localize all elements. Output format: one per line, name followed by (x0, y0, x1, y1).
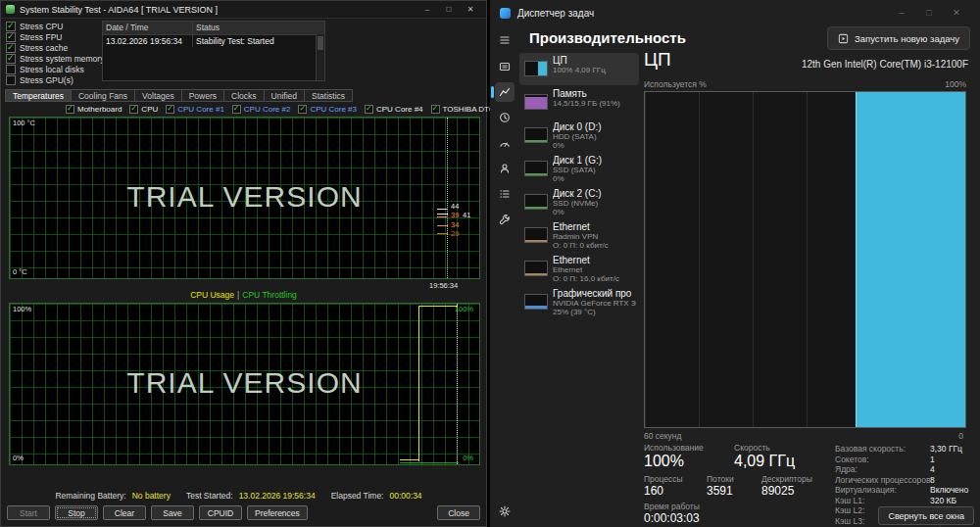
legend-item-cpu-core-1[interactable]: CPU Core #1 (166, 105, 224, 114)
tab-clocks[interactable]: Clocks (224, 89, 265, 102)
preferences-button[interactable]: Preferences (247, 505, 308, 520)
checkbox-icon (129, 105, 138, 114)
throttling-trace (400, 462, 459, 463)
close-icon[interactable]: ✕ (460, 3, 481, 16)
usage-axis-max-left: 100% (13, 306, 31, 313)
legend-item-cpu-core-2[interactable]: CPU Core #2 (232, 105, 291, 114)
spec-row: Логических процессоров:8 (835, 475, 972, 486)
close-button[interactable]: Close (437, 505, 480, 520)
sidebar-item-app-history[interactable] (495, 108, 514, 127)
temp-axis-max: 100 °C (13, 120, 35, 127)
tab-temperatures[interactable]: Temperatures (5, 89, 72, 102)
usage-graph-legend: CPU Usage|CPU Throttling (1, 290, 486, 300)
spec-row: Виртуализация:Включено (835, 485, 972, 496)
perf-card-sub: HDD (SATA) (553, 132, 636, 141)
trial-watermark: TRIAL VERSION (10, 180, 479, 214)
aida-app-icon (6, 5, 15, 14)
stress-option-cpu[interactable]: Stress CPU (6, 22, 104, 31)
sidebar-item-details[interactable] (495, 184, 514, 204)
tab-statistics[interactable]: Statistics (305, 89, 353, 102)
perf-card-cpu[interactable]: ЦП 100% 4,09 ГГц (519, 53, 639, 85)
settings-icon[interactable] (495, 502, 514, 521)
save-button[interactable]: Save (151, 505, 194, 520)
perf-card-memory[interactable]: Память 14,5/15,9 ГБ (91%) (519, 86, 639, 119)
sidebar-item-processes[interactable] (495, 57, 514, 76)
checkbox-icon (6, 65, 16, 74)
log-scrollbar[interactable] (316, 34, 324, 80)
log-row[interactable]: 13.02.2026 19:56:34 Stability Test: Star… (103, 35, 324, 47)
perf-card-gpu[interactable]: Графический про NVIDIA GeForce RTX 306 2… (519, 286, 639, 318)
legend-item-cpu[interactable]: CPU (129, 105, 158, 114)
log-col-status[interactable]: Status (193, 22, 324, 34)
perf-card-sub: О: 0 П: 0 кбит/с (553, 241, 636, 250)
sidebar-item-users[interactable] (495, 159, 514, 178)
sidebar-item-startup-apps[interactable] (495, 133, 514, 153)
run-new-task-button[interactable]: Запустить новую задачу (827, 26, 970, 50)
stat-utilization: Использование 100% (644, 443, 720, 470)
minimize-icon[interactable]: – (888, 3, 915, 23)
sidebar-item-services[interactable] (495, 210, 514, 229)
aida-window-controls: – □ ✕ (416, 3, 481, 16)
maximize-icon[interactable]: □ (438, 3, 460, 16)
legend-item-cpu-core-4[interactable]: CPU Core #4 (365, 105, 423, 114)
clear-button[interactable]: Clear (103, 505, 146, 520)
memory-mini-graph-icon (524, 94, 548, 110)
test-start-marker (447, 118, 448, 278)
services-icon (499, 214, 511, 225)
perf-card-ethernet-1[interactable]: Ethernet Radmin VPN О: 0 П: 0 кбит/с (519, 219, 639, 252)
sidebar-item-performance[interactable] (495, 82, 514, 102)
stress-option-gpu[interactable]: Stress GPU(s) (6, 75, 104, 85)
stress-option-label: Stress FPU (20, 32, 62, 42)
spec-row: Сокетов:1 (835, 455, 972, 465)
perf-card-disk-0[interactable]: Диск 0 (D:) HDD (SATA) 0% (519, 120, 639, 152)
checkbox-icon (166, 105, 174, 114)
legend-item-motherboard[interactable]: Motherboard (66, 105, 122, 114)
cpuid-button[interactable]: CPUID (199, 505, 242, 520)
tab-powers[interactable]: Powers (182, 89, 224, 102)
trial-watermark: TRIAL VERSION (10, 366, 479, 400)
stress-option-cache[interactable]: Stress cache (6, 43, 104, 53)
tab-cooling-fans[interactable]: Cooling Fans (72, 89, 135, 102)
legend-label: CPU Core #1 (177, 105, 224, 114)
run-task-icon (838, 33, 849, 44)
minimize-all-windows-tooltip[interactable]: Свернуть все окна (878, 506, 974, 525)
perf-card-sub: О: 0 П: 16,0 кбит/с (553, 274, 636, 283)
network-mini-graph-icon (524, 227, 548, 243)
temp-trace (437, 225, 448, 226)
elapsed-label: Elapsed Time: (331, 491, 384, 501)
menu-icon[interactable] (495, 30, 514, 50)
taskmgr-app-icon (500, 8, 511, 19)
minimize-icon[interactable]: – (416, 3, 438, 16)
maximize-icon[interactable]: □ (915, 3, 943, 23)
checkbox-icon (6, 43, 16, 53)
stress-option-disks[interactable]: Stress local disks (6, 65, 104, 74)
aida-statusbar: Remaining Battery: No battery Test Start… (1, 489, 486, 502)
scrollbar-thumb[interactable] (318, 36, 323, 50)
close-icon[interactable]: ✕ (943, 3, 970, 23)
log-col-datetime[interactable]: Date / Time (103, 22, 193, 34)
stop-button[interactable]: Stop (55, 505, 98, 520)
spec-row: Ядра:4 (835, 464, 972, 475)
disk-mini-graph-icon (524, 127, 548, 143)
legend-label: CPU Core #4 (376, 105, 423, 114)
temp-trace (437, 214, 448, 215)
perf-card-disk-1[interactable]: Диск 1 (G:) SSD (SATA) 0% (519, 153, 639, 185)
legend-item-cpu-core-3[interactable]: CPU Core #3 (298, 105, 357, 114)
aida64-window: System Stability Test - AIDA64 [ TRIAL V… (0, 0, 487, 527)
perf-card-disk-2[interactable]: Диск 2 (C:) SSD (NVMe) 0% (519, 186, 639, 218)
start-button[interactable]: Start (7, 505, 50, 520)
performance-icon (499, 86, 511, 98)
perf-card-name: ЦП (553, 55, 636, 66)
stress-option-memory[interactable]: Stress system memory (6, 54, 104, 64)
perf-card-name: Диск 0 (D:) (553, 121, 636, 132)
disk-mini-graph-icon (524, 194, 548, 210)
perf-card-ethernet-2[interactable]: Ethernet Ethernet О: 0 П: 16,0 кбит/с (519, 253, 639, 285)
tab-unified[interactable]: Unified (265, 89, 305, 102)
temp-axis-min: 0 °C (13, 268, 27, 276)
perf-card-name: Графический про (553, 288, 636, 299)
taskmgr-window-controls: – □ ✕ (888, 3, 970, 23)
stress-option-fpu[interactable]: Stress FPU (6, 32, 104, 42)
tab-voltages[interactable]: Voltages (135, 89, 182, 102)
checkbox-icon (6, 32, 16, 42)
cpu-usage-chart[interactable] (644, 91, 966, 428)
